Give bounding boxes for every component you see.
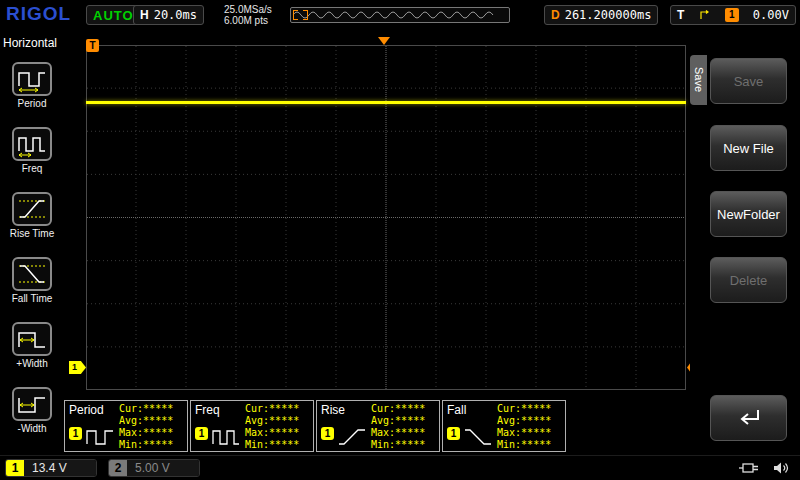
stat-value: ***** [269, 439, 299, 450]
measurement-source-badge: 1 [321, 427, 334, 440]
measurement-name: Rise [321, 403, 345, 417]
measurement-stats: Cur:***** Avg:***** Max:***** Min:***** [119, 403, 173, 451]
stat-label: Max: [119, 427, 143, 438]
new-folder-button[interactable]: NewFolder [710, 191, 787, 237]
stat-label: Cur: [497, 403, 521, 414]
stat-value: ***** [521, 403, 551, 414]
period-icon [12, 62, 52, 96]
stat-label: Min: [245, 439, 269, 450]
freq-wave-icon [211, 425, 241, 449]
stat-label: Min: [371, 439, 395, 450]
fall-wave-icon [463, 425, 493, 449]
stat-label: Max: [371, 427, 395, 438]
measurement-panel-fall: Fall 1 Cur:***** Avg:***** Max:***** Min… [442, 400, 566, 452]
period-wave-icon [85, 425, 115, 449]
trigger-edge-icon [699, 9, 711, 21]
trigger-source-badge: 1 [725, 8, 739, 22]
delete-button[interactable]: Delete [710, 257, 787, 303]
rise-time-icon [12, 192, 52, 226]
measure-item-pos-width[interactable]: +Width [0, 322, 64, 369]
trigger-level-value: 0.00V [753, 8, 789, 22]
stat-value: ***** [395, 403, 425, 414]
stat-value: ***** [521, 427, 551, 438]
stat-label: Avg: [245, 415, 269, 426]
trigger-status-box: T 1 0.00V [670, 5, 796, 25]
trigger-corner-badge: T [86, 39, 99, 52]
rigol-logo: RIGOL [6, 3, 71, 25]
measure-item-period[interactable]: Period [0, 62, 64, 109]
trigger-position-marker [378, 37, 390, 45]
channel1-badge: 1 [6, 460, 24, 476]
measure-item-rise-time[interactable]: Rise Time [0, 192, 64, 239]
measurement-name: Period [69, 403, 104, 417]
measurement-source-badge: 1 [69, 427, 82, 440]
measurement-panel-period: Period 1 Cur:***** Avg:***** Max:***** M… [64, 400, 188, 452]
measure-item-fall-time[interactable]: Fall Time [0, 257, 64, 304]
graticule: T 1 T [86, 45, 686, 390]
measurement-stats: Cur:***** Avg:***** Max:***** Min:***** [245, 403, 299, 451]
stat-label: Avg: [497, 415, 521, 426]
stat-value: ***** [395, 427, 425, 438]
oscilloscope-screen: RIGOL AUTO H 20.0ms 25.0MSa/s 6.00M pts … [0, 0, 800, 480]
return-button[interactable] [710, 395, 787, 441]
sample-rate: 25.0MSa/s [224, 4, 272, 15]
stat-label: Cur: [119, 403, 143, 414]
stat-value: ***** [521, 415, 551, 426]
stat-value: ***** [395, 415, 425, 426]
channel2-badge: 2 [109, 460, 127, 476]
memory-window-right-bracket [303, 10, 308, 20]
measurement-name: Freq [195, 403, 220, 417]
measure-item-neg-width[interactable]: -Width [0, 387, 64, 434]
graticule-grid [86, 45, 686, 390]
softkey-menu: Save Save New File NewFolder Delete [690, 30, 800, 455]
fall-time-icon [12, 257, 52, 291]
measure-menu-title: Horizontal [0, 30, 64, 50]
ch1-level-marker: 1 [69, 361, 86, 374]
stat-value: ***** [143, 439, 173, 450]
usb-icon [738, 461, 760, 475]
stat-value: ***** [521, 439, 551, 450]
freq-icon [12, 127, 52, 161]
channel2-status: 2 5.00 V [108, 459, 200, 477]
speaker-icon [772, 461, 790, 475]
stat-value: ***** [395, 439, 425, 450]
delay-label: D [551, 8, 560, 22]
measurement-panel-rise: Rise 1 Cur:***** Avg:***** Max:***** Min… [316, 400, 440, 452]
save-button[interactable]: Save [710, 58, 787, 104]
top-status-bar: RIGOL AUTO H 20.0ms 25.0MSa/s 6.00M pts … [0, 0, 800, 30]
stat-label: Max: [497, 427, 521, 438]
wave-preview-icon [291, 8, 509, 22]
display-area: T 1 T [64, 30, 690, 455]
stat-label: Avg: [119, 415, 143, 426]
stat-label: Cur: [245, 403, 269, 414]
stat-value: ***** [143, 415, 173, 426]
measure-item-freq[interactable]: Freq [0, 127, 64, 174]
channel2-scale: 5.00 V [127, 460, 199, 476]
stat-label: Min: [119, 439, 143, 450]
stat-value: ***** [269, 415, 299, 426]
ch1-trace [86, 101, 686, 104]
stat-value: ***** [269, 403, 299, 414]
horizontal-status-box: H 20.0ms [133, 5, 204, 25]
wave-preview-path [293, 12, 493, 18]
channel1-scale: 13.4 V [24, 460, 96, 476]
new-file-button[interactable]: New File [710, 125, 787, 171]
measurement-source-badge: 1 [195, 427, 208, 440]
memory-window-left-bracket [293, 10, 298, 20]
rise-wave-icon [337, 425, 367, 449]
minus-width-icon [12, 387, 52, 421]
measurement-panel-freq: Freq 1 Cur:***** Avg:***** Max:***** Min… [190, 400, 314, 452]
stat-value: ***** [269, 427, 299, 438]
memory-depth: 6.00M pts [224, 15, 272, 26]
bottom-status-bar: 1 13.4 V 2 5.00 V [0, 455, 800, 480]
plus-width-icon [12, 322, 52, 356]
stat-label: Avg: [371, 415, 395, 426]
delay-status-box: D 261.200000ms [544, 5, 658, 25]
waveform-preview [290, 7, 510, 23]
stat-value: ***** [143, 403, 173, 414]
measurement-name: Fall [447, 403, 466, 417]
measurement-source-badge: 1 [447, 427, 460, 440]
measure-menu: Horizontal Period Freq [0, 30, 64, 455]
measurement-readouts: Period 1 Cur:***** Avg:***** Max:***** M… [64, 400, 566, 452]
delay-value: 261.200000ms [565, 8, 652, 22]
